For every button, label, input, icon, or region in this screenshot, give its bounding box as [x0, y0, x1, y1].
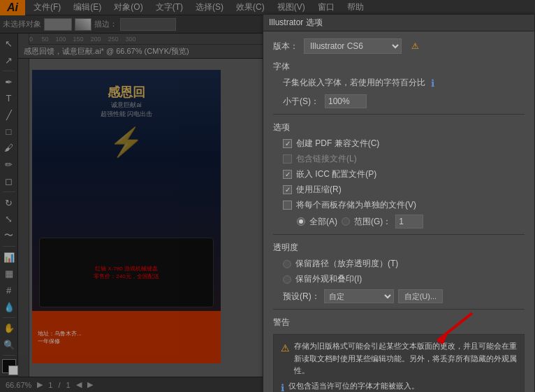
- warn-line2: ℹ 仅包含适当许可位的字体才能被嵌入。: [281, 380, 517, 392]
- warn-line2-icon: ℹ: [281, 380, 284, 392]
- presets-label: 预设(R)：: [283, 291, 320, 303]
- opt1-label: 创建 PDF 兼容文件(C): [296, 138, 379, 150]
- font-desc-row: 子集化嵌入字体，若使用的字符百分比 ℹ: [283, 77, 525, 89]
- radio-range-input[interactable]: [395, 215, 423, 228]
- options-section-body: 创建 PDF 兼容文件(C) 包含链接文件(L) 嵌入 ICC 配置文件(P) …: [273, 138, 525, 228]
- transparency-section-title: 透明度: [273, 242, 525, 254]
- divider-2: [273, 234, 525, 235]
- font-info-icon: ℹ: [431, 78, 434, 89]
- radio-range[interactable]: [342, 217, 350, 226]
- presets-select[interactable]: 自定: [324, 289, 394, 303]
- radio-all-label: 全部(A): [309, 216, 337, 228]
- opt1-checkbox[interactable]: [283, 139, 292, 148]
- trans1-row: 保留路径（放弃透明度）(T): [283, 258, 525, 270]
- opt5-row: 将每个画板存储为单独的文件(V): [283, 199, 525, 211]
- font-desc-text: 子集化嵌入字体，若使用的字符百分比: [283, 77, 425, 89]
- opt5-label: 将每个画板存储为单独的文件(V): [296, 199, 416, 211]
- version-warn-icon: ⚠: [411, 41, 419, 51]
- opt4-row: 使用压缩(R): [283, 184, 525, 196]
- font-size-label: 小于(S)：: [283, 96, 319, 108]
- trans1-radio[interactable]: [283, 260, 291, 268]
- version-select[interactable]: Illustrator CS6: [304, 38, 402, 54]
- radio-range-label: 范围(G)：: [354, 216, 391, 228]
- radio-group: 全部(A) 范围(G)：: [283, 215, 525, 228]
- opt2-label: 包含链接文件(L): [296, 153, 357, 165]
- opt1-row: 创建 PDF 兼容文件(C): [283, 138, 525, 150]
- transparency-body: 保留路径（放弃透明度）(T) 保留外观和叠印(I) 预设(R)： 自定 自定(U…: [273, 258, 525, 303]
- options-section-title: 选项: [273, 122, 525, 133]
- warn-line2-text: 仅包含适当许可位的字体才能被嵌入。: [288, 380, 419, 392]
- opt2-row: 包含链接文件(L): [283, 153, 525, 165]
- divider-3: [273, 309, 525, 310]
- opt3-label: 嵌入 ICC 配置文件(P): [296, 168, 376, 180]
- trans2-radio[interactable]: [283, 275, 291, 284]
- font-section-title: 字体: [273, 61, 525, 73]
- presets-row: 预设(R)： 自定 自定(U)...: [283, 289, 525, 303]
- warning-box: ⚠ 存储为旧版格式可能会引起某些文本版面的更改，并且可能会在重新读取文档时使用某…: [273, 334, 525, 392]
- radio-all[interactable]: [297, 217, 305, 226]
- opt4-label: 使用压缩(R): [296, 184, 342, 196]
- warning-section-title: 警告: [273, 317, 525, 328]
- illustrator-options-dialog: Illustrator 选项 版本： Illustrator CS6 ⚠ 字体 …: [263, 14, 535, 392]
- opt3-checkbox[interactable]: [283, 170, 292, 179]
- dialog-title: Illustrator 选项: [263, 15, 534, 31]
- trans2-row: 保留外观和叠印(I): [283, 273, 525, 285]
- warn-line1-icon: ⚠: [281, 340, 290, 356]
- font-size-input[interactable]: [325, 94, 367, 108]
- version-label: 版本：: [273, 41, 298, 52]
- trans1-label: 保留路径（放弃透明度）(T): [295, 258, 398, 270]
- divider-1: [273, 114, 525, 115]
- presets-custom-btn[interactable]: 自定(U)...: [398, 289, 443, 303]
- dialog-overlay: Illustrator 选项 版本： Illustrator CS6 ⚠ 字体 …: [0, 0, 535, 392]
- dialog-body: 版本： Illustrator CS6 ⚠ 字体 子集化嵌入字体，若使用的字符百…: [263, 31, 534, 392]
- opt2-checkbox[interactable]: [283, 154, 292, 164]
- font-section-body: 子集化嵌入字体，若使用的字符百分比 ℹ 小于(S)：: [273, 77, 525, 108]
- opt4-checkbox[interactable]: [283, 185, 292, 194]
- warn-line1: ⚠ 存储为旧版格式可能会引起某些文本版面的更改，并且可能会在重新读取文档时使用某…: [281, 340, 517, 377]
- trans2-label: 保留外观和叠印(I): [295, 273, 362, 285]
- dialog-title-text: Illustrator 选项: [269, 17, 323, 29]
- opt3-row: 嵌入 ICC 配置文件(P): [283, 168, 525, 180]
- warn-line1-text: 存储为旧版格式可能会引起某些文本版面的更改，并且可能会在重新读取文档时使用某些编…: [294, 340, 517, 377]
- opt5-checkbox[interactable]: [283, 201, 292, 210]
- version-row: 版本： Illustrator CS6 ⚠: [273, 38, 525, 54]
- radio-all-row: 全部(A) 范围(G)：: [297, 215, 525, 228]
- font-size-row: 小于(S)：: [283, 94, 525, 108]
